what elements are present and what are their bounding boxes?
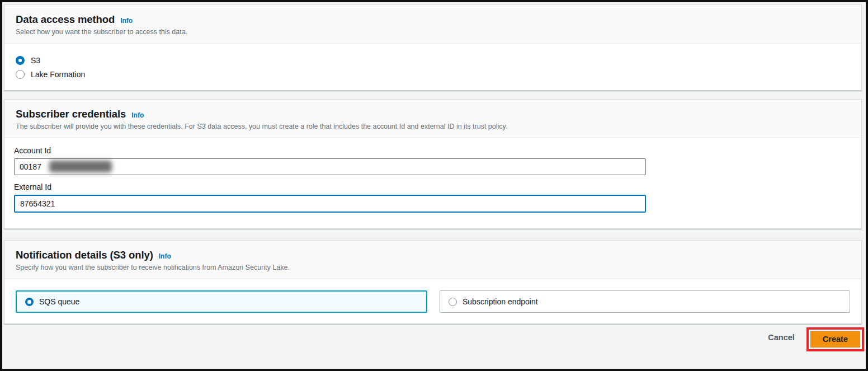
- account-id-input[interactable]: [14, 158, 646, 175]
- notification-details-title: Notification details (S3 only): [16, 249, 153, 261]
- tile-subscription-endpoint[interactable]: Subscription endpoint: [440, 290, 850, 313]
- section-notification-details: Notification details (S3 only) Info Spec…: [4, 240, 862, 324]
- radio-option-lake-formation-label: Lake Formation: [31, 70, 85, 79]
- tile-sqs-queue-label: SQS queue: [39, 297, 79, 306]
- radio-selected-icon: [25, 298, 34, 306]
- notification-details-info-link[interactable]: Info: [159, 252, 171, 260]
- data-access-info-link[interactable]: Info: [120, 17, 133, 25]
- data-access-method-description: Select how you want the subscriber to ac…: [16, 28, 850, 36]
- data-access-method-body: S3 Lake Formation: [4, 44, 861, 90]
- create-subscriber-form-page: Data access method Info Select how you w…: [0, 0, 868, 371]
- cancel-button[interactable]: Cancel: [768, 333, 795, 342]
- external-id-input[interactable]: [14, 195, 646, 213]
- radio-unselected-icon: [16, 70, 25, 79]
- border-notch-artifact: [432, 367, 437, 369]
- radio-option-s3-label: S3: [31, 56, 40, 65]
- section-data-access-method: Data access method Info Select how you w…: [4, 4, 862, 91]
- tile-subscription-endpoint-label: Subscription endpoint: [463, 297, 538, 306]
- notification-details-body: SQS queue Subscription endpoint: [4, 279, 861, 323]
- account-id-field-group: Account Id: [14, 146, 850, 175]
- notification-details-header: Notification details (S3 only) Info Spec…: [4, 241, 861, 279]
- radio-option-lake-formation[interactable]: Lake Formation: [16, 70, 850, 79]
- subscriber-credentials-description: The subscriber will provide you with the…: [16, 123, 850, 130]
- form-actions-footer: Cancel Create: [2, 324, 866, 350]
- radio-option-s3[interactable]: S3: [16, 56, 850, 65]
- radio-unselected-icon: [449, 298, 457, 306]
- subscriber-credentials-info-link[interactable]: Info: [131, 111, 144, 119]
- subscriber-credentials-title: Subscriber credentials: [16, 108, 126, 120]
- subscriber-credentials-header: Subscriber credentials Info The subscrib…: [4, 100, 861, 138]
- section-subscriber-credentials: Subscriber credentials Info The subscrib…: [4, 99, 862, 229]
- external-id-label: External Id: [14, 182, 850, 191]
- data-access-method-header: Data access method Info Select how you w…: [4, 5, 861, 44]
- external-id-field-group: External Id: [14, 182, 850, 213]
- data-access-method-title: Data access method: [16, 13, 115, 26]
- radio-selected-icon: [16, 56, 25, 65]
- account-id-label: Account Id: [14, 146, 850, 155]
- annotation-highlight-box: Create: [806, 327, 864, 351]
- subscriber-credentials-body: Account Id External Id: [4, 138, 861, 228]
- notification-details-description: Specify how you want the subscriber to r…: [16, 264, 850, 271]
- tile-sqs-queue[interactable]: SQS queue: [16, 290, 427, 313]
- create-button[interactable]: Create: [810, 331, 860, 347]
